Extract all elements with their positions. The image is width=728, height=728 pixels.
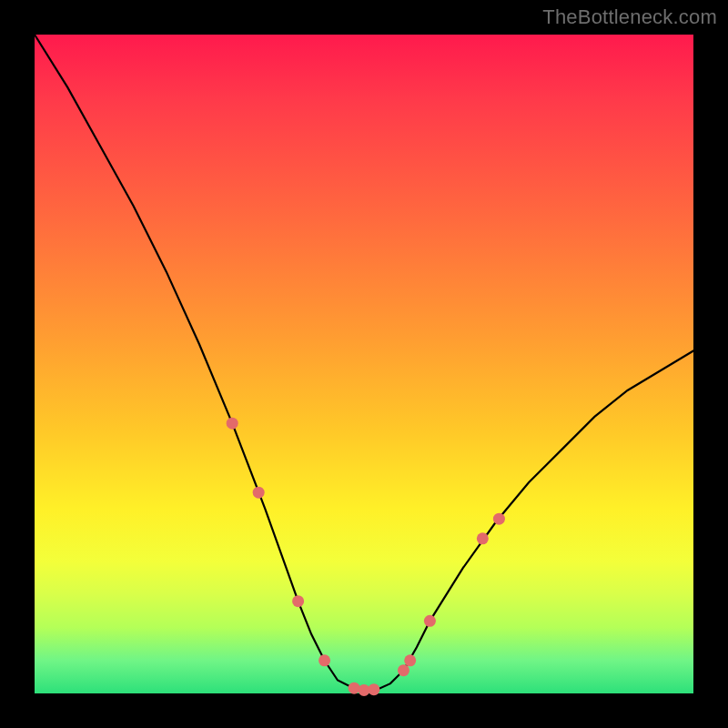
watermark-label: TheBottleneck.com — [542, 5, 717, 29]
marker-dot — [318, 654, 330, 666]
curve-markers — [227, 418, 505, 696]
marker-dot — [227, 418, 238, 430]
marker-dot — [424, 615, 436, 627]
marker-dot — [368, 683, 379, 695]
marker-dot — [398, 664, 410, 676]
bottleneck-curve — [35, 35, 693, 690]
marker-dot — [349, 682, 360, 694]
marker-dot — [253, 487, 265, 499]
marker-dot — [477, 532, 489, 544]
marker-dot — [404, 654, 416, 666]
marker-dot — [493, 513, 505, 525]
plot-area — [35, 35, 693, 693]
chart-frame: TheBottleneck.com — [0, 0, 728, 728]
curve-svg — [35, 35, 693, 693]
marker-dot — [292, 595, 304, 607]
